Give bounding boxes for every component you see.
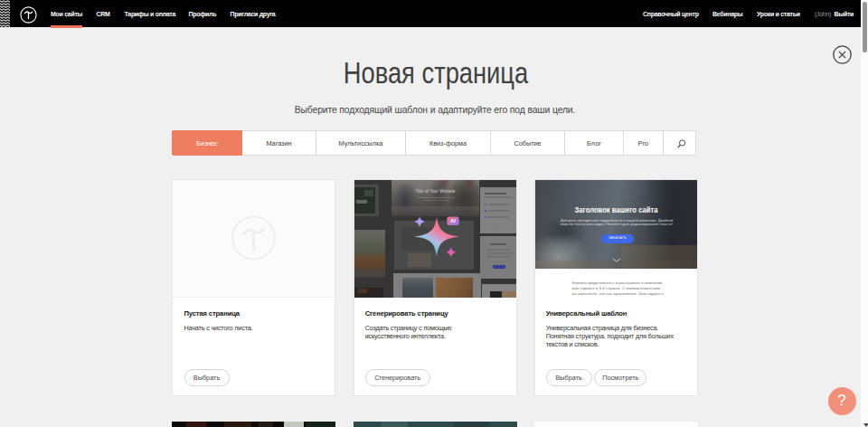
svg-text:AI: AI (450, 218, 456, 223)
